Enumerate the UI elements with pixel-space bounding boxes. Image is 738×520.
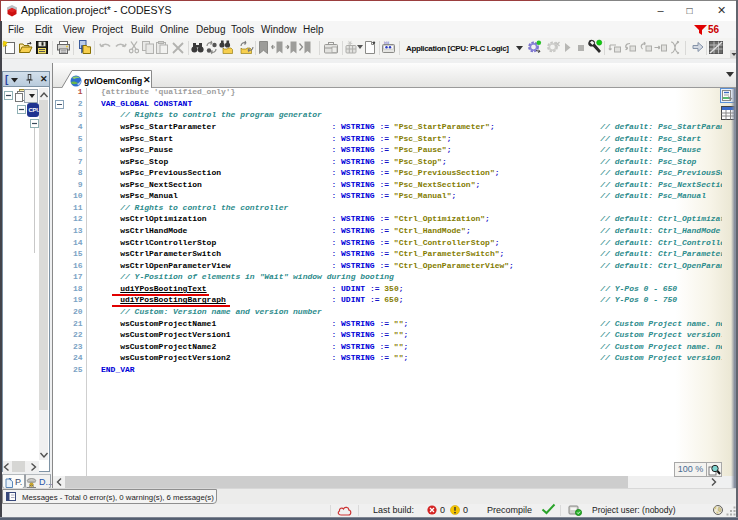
svg-text:btld: btld (384, 41, 389, 45)
